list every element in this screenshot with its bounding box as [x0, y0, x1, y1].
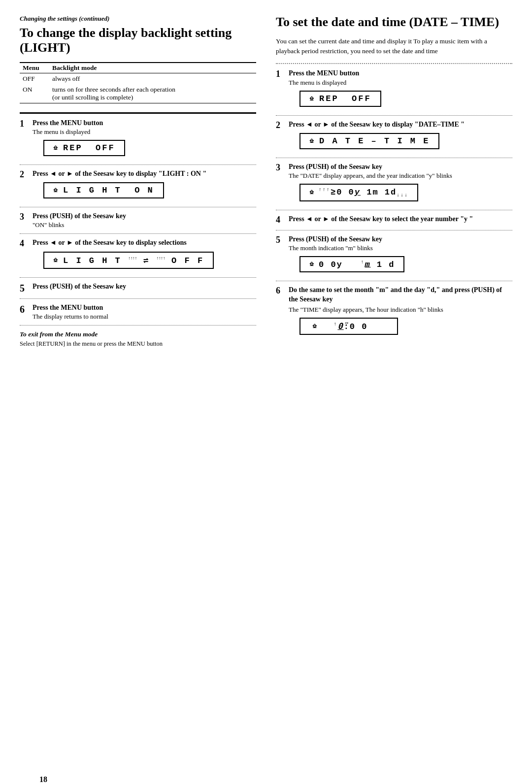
- divider-dotted-5: [20, 298, 256, 299]
- section-subtitle: Changing the settings (continued): [20, 15, 256, 23]
- cassette-icon-r6: ⎒: [312, 322, 318, 330]
- divider-dotted-6: [20, 325, 256, 326]
- table-cell-menu-on: ON: [20, 84, 49, 103]
- right-step-6-display: ⎒ ↑0̈:0 0: [299, 318, 398, 335]
- right-step-3-display-text: ↑↑↑≥0 0y 1m 1d↓↓↓: [319, 187, 408, 198]
- left-step-1-display: ⎒ REP OFF: [43, 140, 125, 156]
- right-section-title: To set the date and time (DATE – TIME): [276, 15, 512, 30]
- divider-dotted-1: [20, 164, 256, 165]
- left-step-4-display: ⎒ L I G H T ↑↑↑↑ ⇌ ↑↑↑↑ O F F: [43, 252, 214, 269]
- left-step-6: 6 Press the MENU button The display retu…: [20, 303, 256, 321]
- divider-dotted-4: [20, 277, 256, 278]
- cassette-icon-4: ⎒: [53, 256, 59, 264]
- right-step-3-display: ⎒ ↑↑↑≥0 0y 1m 1d↓↓↓: [299, 184, 418, 201]
- table-cell-menu-off: OFF: [20, 73, 49, 84]
- divider-dotted-r4: [276, 230, 512, 230]
- right-intro: You can set the current date and time an…: [276, 36, 512, 57]
- left-step-2-display: ⎒ L I G H T O N: [43, 182, 164, 198]
- left-step-1: 1 Press the MENU button The menu is disp…: [20, 119, 256, 160]
- divider-dotted-r3: [276, 210, 512, 210]
- right-step-6-sub: The "TIME" display appears, The hour ind…: [289, 306, 512, 314]
- cassette-icon-1: ⎒: [53, 144, 59, 152]
- right-step-1: 1 Press the MENU button The menu is disp…: [276, 69, 512, 110]
- table-cell-desc-off: always off: [49, 73, 256, 84]
- cassette-icon-2: ⎒: [53, 186, 59, 195]
- left-step-3: 3 Press (PUSH) of the Seesaw key "ON" bl…: [20, 212, 256, 229]
- right-step-3: 3 Press (PUSH) of the Seesaw key The "DA…: [276, 163, 512, 205]
- right-step-6-display-text: ↑0̈:0 0: [322, 321, 367, 331]
- cassette-icon-r2: ⎒: [309, 137, 315, 145]
- backlight-mode-table: Menu Backlight mode OFF always off ON tu…: [20, 62, 256, 103]
- table-header-menu: Menu: [20, 63, 49, 73]
- left-step-3-sub: "ON" blinks: [33, 221, 256, 229]
- right-step-1-display: ⎒ REP OFF: [299, 91, 381, 107]
- table-row: OFF always off: [20, 73, 256, 84]
- right-step-4-main: Press ◄ or ► of the Seesaw key to select…: [289, 215, 512, 224]
- right-step-5-display-text: 0 0y ↑m 1 d: [319, 260, 395, 269]
- right-step-1-sub: The menu is displayed: [289, 79, 512, 87]
- divider-dotted-3: [20, 233, 256, 234]
- table-cell-desc-on: turns on for three seconds after each op…: [49, 84, 256, 103]
- exit-text: Select [RETURN] in the menu or press the…: [20, 340, 256, 348]
- left-column: Changing the settings (continued) To cha…: [20, 15, 256, 348]
- left-section-title: To change the display backlight setting …: [20, 26, 256, 55]
- right-step-6-main: Do the same to set the month "m" and the…: [289, 286, 512, 303]
- left-step-4: 4 Press ◄ or ► of the Seesaw key to disp…: [20, 238, 256, 272]
- left-step-4-main: Press ◄ or ► of the Seesaw key to displa…: [33, 238, 256, 247]
- left-step-5: 5 Press (PUSH) of the Seesaw key: [20, 282, 256, 294]
- page-layout: Changing the settings (continued) To cha…: [20, 15, 512, 348]
- right-step-2: 2 Press ◄ or ► of the Seesaw key to disp…: [276, 120, 512, 153]
- left-step-2: 2 Press ◄ or ► of the Seesaw key to disp…: [20, 169, 256, 202]
- left-step-6-sub: The display returns to normal: [33, 313, 256, 321]
- cassette-icon-r3: ⎒: [309, 188, 315, 196]
- exit-title: To exit from the Menu mode: [20, 330, 256, 338]
- left-step-1-display-text: REP OFF: [63, 143, 115, 153]
- divider-dotted-right-0: [276, 63, 512, 64]
- left-step-5-main: Press (PUSH) of the Seesaw key: [33, 282, 256, 291]
- table-row: ON turns on for three seconds after each…: [20, 84, 256, 103]
- divider-dotted-r2: [276, 158, 512, 158]
- left-step-2-display-text: L I G H T O N: [63, 186, 154, 195]
- left-step-1-main: Press the MENU button: [33, 119, 256, 128]
- page-wrapper: Changing the settings (continued) To cha…: [20, 15, 512, 784]
- right-step-5-display: ⎒ 0 0y ↑m 1 d: [299, 256, 404, 273]
- exit-section: To exit from the Menu mode Select [RETUR…: [20, 330, 256, 348]
- right-step-1-main: Press the MENU button: [289, 69, 512, 78]
- right-step-4: 4 Press ◄ or ► of the Seesaw key to sele…: [276, 215, 512, 226]
- right-step-2-display: ⎒ D A T E – T I M E: [299, 133, 439, 149]
- left-step-2-main: Press ◄ or ► of the Seesaw key to displa…: [33, 169, 256, 178]
- right-step-2-main: Press ◄ or ► of the Seesaw key to displa…: [289, 120, 512, 129]
- cassette-icon-r5: ⎒: [309, 260, 315, 268]
- divider-dotted-2: [20, 207, 256, 207]
- backlight-table: Menu Backlight mode OFF always off ON tu…: [20, 62, 256, 103]
- cassette-icon-r1: ⎒: [309, 95, 315, 103]
- right-column: To set the date and time (DATE – TIME) Y…: [276, 15, 512, 341]
- left-step-1-sub: The menu is displayed: [33, 128, 256, 136]
- right-step-1-display-text: REP OFF: [319, 94, 371, 103]
- page-number: 18: [39, 775, 47, 784]
- table-header-backlight: Backlight mode: [49, 63, 256, 73]
- right-step-3-main: Press (PUSH) of the Seesaw key: [289, 163, 512, 171]
- divider-dotted-r1: [276, 115, 512, 116]
- left-step-4-display-text: L I G H T ↑↑↑↑ ⇌ ↑↑↑↑ O F F: [63, 255, 204, 265]
- right-step-3-sub: The "DATE" display appears, and the year…: [289, 172, 512, 180]
- right-step-5: 5 Press (PUSH) of the Seesaw key The mon…: [276, 235, 512, 277]
- left-step-3-main: Press (PUSH) of the Seesaw key: [33, 212, 256, 221]
- right-step-5-main: Press (PUSH) of the Seesaw key: [289, 235, 512, 244]
- right-step-6: 6 Do the same to set the month "m" and t…: [276, 286, 512, 338]
- divider-thick-1: [20, 112, 256, 114]
- left-step-6-main: Press the MENU button: [33, 303, 256, 312]
- divider-dotted-r5: [276, 281, 512, 281]
- right-step-2-display-text: D A T E – T I M E: [319, 136, 430, 146]
- right-step-5-sub: The month indication "m" blinks: [289, 244, 512, 252]
